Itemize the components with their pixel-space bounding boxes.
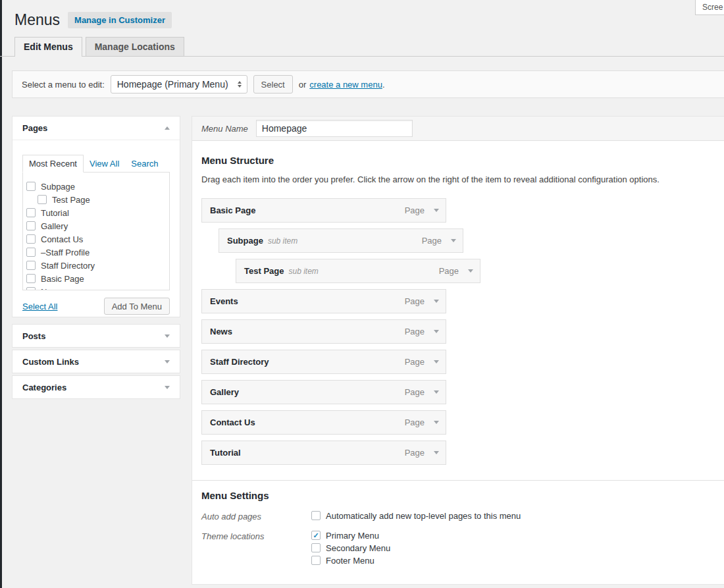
nav-tabs: Edit Menus Manage Locations [14,37,184,57]
menu-item-bar[interactable]: Tutorial Page [201,441,446,465]
menu-item-expand-icon[interactable] [468,269,473,273]
menu-item-expand-icon[interactable] [434,390,439,394]
page-checkbox[interactable] [26,182,36,191]
page-label: Tutorial [41,208,69,218]
menu-item-bar[interactable]: News Page [201,319,446,344]
create-new-menu-link[interactable]: create a new menu [309,80,382,90]
page-checkbox[interactable] [26,287,36,290]
nav-tab[interactable]: Edit Menus [14,37,82,57]
menu-item-type: Page [405,296,425,306]
page-checkbox[interactable] [26,261,36,270]
screen-options-tab[interactable]: Scree [695,0,724,15]
page-check-row: Subpage [26,180,169,193]
page-checkbox[interactable] [26,234,36,244]
menu-item-title: Gallery [210,387,239,397]
menu-item-title: Basic Page [210,205,255,215]
menu-item-type: Page [405,387,425,397]
menu-item-type: Page [422,236,442,246]
manage-in-customizer-button[interactable]: Manage in Customizer [68,12,172,28]
accordion-panel-header[interactable]: Custom Links [12,350,180,373]
pages-checklist[interactable]: Subpage Test Page Tutorial Gallery [22,172,170,290]
theme-location-checkbox[interactable] [311,556,321,565]
menu-item-expand-icon[interactable] [434,330,439,333]
menu-item-bar[interactable]: Contact Us Page [201,410,446,435]
menu-editor-body: Menu Structure Drag each item into the o… [192,155,724,566]
page-label: Basic Page [41,274,84,284]
select-menu-label: Select a menu to edit: [22,80,105,90]
menu-item-expand-icon[interactable] [434,209,439,212]
page-check-row: Contact Us [26,232,169,246]
pages-tabs: Most Recent View All Search [22,155,170,172]
menu-item-type: Page [405,417,425,427]
accordion-panel-header[interactable]: Categories [12,375,180,399]
pages-footer: Select All Add To Menu [22,298,170,315]
menu-item-bar[interactable]: Staff Directory Page [201,350,446,374]
menu-item-title: News [210,327,232,336]
expand-arrow-icon[interactable] [165,360,170,363]
menu-item-bar[interactable]: Basic Page Page [201,198,446,223]
pages-tab[interactable]: Search [125,155,164,172]
menu-item-bar[interactable]: Subpage sub item Page [219,228,463,253]
menu-structure-instructions: Drag each item into the order you prefer… [201,174,716,184]
page-label: Subpage [41,182,75,192]
theme-location-checkbox[interactable] [311,531,321,540]
pages-tab[interactable]: View All [84,155,125,172]
create-link-suffix: . [382,80,385,90]
menu-item-bar[interactable]: Test Page sub item Page [236,259,480,283]
page-label: Test Page [52,195,90,205]
page-checkbox[interactable] [26,221,36,230]
pages-tab[interactable]: Most Recent [22,155,84,173]
page-checkbox[interactable] [38,195,47,204]
menu-item-title: Subpage [227,236,263,246]
theme-locations-label: Theme locations [201,531,311,566]
menu-name-bar: Menu Name [192,117,724,141]
theme-location-option: Footer Menu [311,556,390,566]
select-button[interactable]: Select [253,75,293,94]
accordion-group: Posts Custom Links Categories [12,324,180,401]
accordion-panel-title: Posts [22,331,45,341]
auto-add-checkbox-label: Automatically add new top-level pages to… [326,511,521,521]
page-checkbox[interactable] [26,208,36,217]
pages-panel-header[interactable]: Pages [13,117,180,140]
theme-location-label: Primary Menu [326,531,379,541]
page-title: Menus [14,11,60,29]
menu-item-expand-icon[interactable] [451,239,456,242]
accordion-panel-header[interactable]: Posts [12,324,180,348]
menu-item-expand-icon[interactable] [434,300,439,303]
expand-arrow-icon[interactable] [165,334,170,338]
menu-item-title: Contact Us [210,417,255,427]
auto-add-checkbox[interactable] [311,511,321,520]
selected-menu-value: Homepage (Primary Menu) [117,79,228,90]
page-label: News [41,287,63,291]
auto-add-pages-label: Auto add pages [201,511,311,521]
dropdown-arrows-icon [238,81,242,88]
theme-location-label: Footer Menu [326,556,375,566]
menu-item-expand-icon[interactable] [434,451,439,454]
menu-item-title: Tutorial [210,448,241,458]
menu-select-dropdown[interactable]: Homepage (Primary Menu) [111,75,247,94]
menu-item-bar[interactable]: Gallery Page [201,380,446,404]
page-check-row: News [26,285,169,290]
menu-item-type: Page [405,327,425,336]
menu-item-type: Page [439,266,459,276]
theme-locations-row: Theme locations Primary Menu Secondary M… [201,531,716,566]
nav-tab[interactable]: Manage Locations [86,37,184,56]
menu-item-expand-icon[interactable] [434,360,439,363]
menu-item-bar[interactable]: Events Page [201,289,446,313]
menu-item-subitem-label: sub item [268,236,297,246]
page-check-row: Gallery [26,219,169,232]
collapse-arrow-icon[interactable] [165,126,170,130]
accordion-panel-title: Categories [22,383,66,392]
pages-panel-body: Most Recent View All Search Subpage Test… [13,155,180,315]
theme-location-checkbox[interactable] [311,543,321,552]
page-checkbox[interactable] [26,248,36,257]
select-all-link[interactable]: Select All [22,302,57,311]
page-label: –Staff Profile [41,248,90,257]
expand-arrow-icon[interactable] [165,386,170,389]
menu-item-title: Events [210,296,238,306]
add-to-menu-button[interactable]: Add To Menu [104,298,170,315]
menu-item-expand-icon[interactable] [434,421,439,424]
menu-item-subitem-label: sub item [288,267,318,276]
menu-name-input[interactable] [256,120,413,137]
page-checkbox[interactable] [26,274,36,283]
